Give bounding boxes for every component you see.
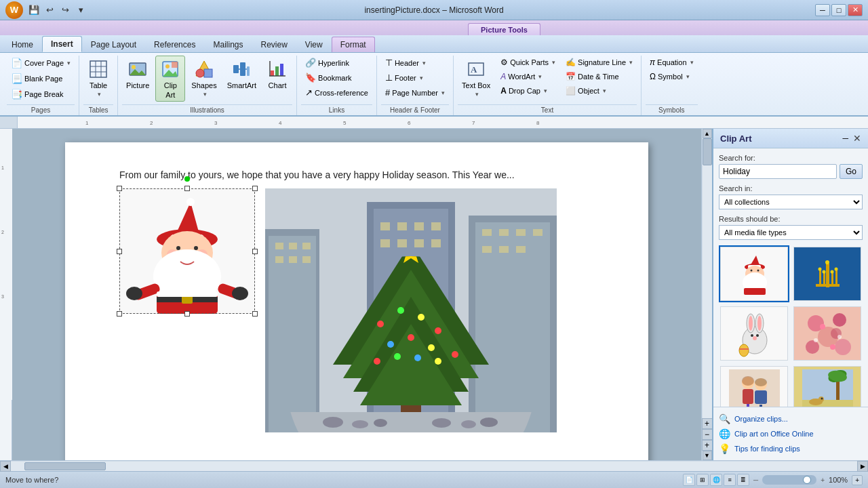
document-area[interactable]: From our family to yours, we hope that y… [12, 129, 701, 460]
organize-clips-link[interactable]: 🔍 Organize clips... [719, 411, 863, 426]
clip-art-button[interactable]: Clip Art [155, 56, 185, 102]
office-orb[interactable]: W [5, 1, 23, 19]
tab-view[interactable]: View [296, 37, 332, 52]
hyperlink-button[interactable]: 🔗 Hyperlink [301, 56, 372, 70]
clip-item-5-image [720, 366, 788, 407]
search-row: Go [719, 164, 863, 179]
symbol-button[interactable]: Ω Symbol▾ [646, 70, 697, 83]
tab-home[interactable]: Home [3, 37, 42, 52]
clip-search-input[interactable] [719, 164, 837, 179]
svg-point-110 [323, 417, 343, 428]
clip-go-button[interactable]: Go [840, 164, 863, 179]
date-time-button[interactable]: 📅 Date & Time [561, 70, 637, 83]
page-number-button[interactable]: # Page Number▾ [381, 85, 449, 100]
zoom-slider[interactable] [762, 475, 816, 485]
zoom-button[interactable]: + [852, 475, 863, 485]
tab-mailings[interactable]: Mailings [204, 37, 252, 52]
search-in-select[interactable]: All collections [719, 195, 863, 209]
shapes-button[interactable]: Shapes▾ [187, 56, 220, 100]
bookmark-button[interactable]: 🔖 Bookmark [301, 70, 372, 85]
cross-reference-button[interactable]: ↗ Cross-reference [301, 85, 372, 100]
redo-button[interactable]: ↪ [58, 3, 72, 17]
rotate-handle[interactable] [184, 176, 190, 182]
web-layout-button[interactable]: 🌐 [710, 474, 722, 486]
zoom-plus[interactable]: + [821, 476, 825, 484]
office-online-link[interactable]: 🌐 Clip art on Office Online [719, 426, 863, 441]
outline-button[interactable]: ≡ [724, 474, 736, 486]
footer-button[interactable]: ⊥ Footer▾ [381, 70, 449, 85]
chart-button[interactable]: Chart [262, 56, 292, 92]
expand-btn1[interactable]: + [702, 418, 713, 429]
clip-item-5[interactable] [719, 365, 789, 407]
hscroll-thumb[interactable] [24, 462, 106, 470]
results-type-select[interactable]: All media file types [719, 225, 863, 240]
drop-cap-button[interactable]: A Drop Cap▾ [496, 84, 559, 98]
expand-btn3[interactable]: + [702, 440, 713, 451]
object-button[interactable]: ⬜ Object▾ [561, 84, 637, 98]
document-images [119, 188, 594, 432]
clip-panel-close-button[interactable]: ✕ [853, 133, 861, 144]
scroll-up-button[interactable]: ▲ [703, 129, 712, 138]
smartart-button[interactable]: SmartArt [223, 56, 260, 92]
handle-mr[interactable] [252, 249, 258, 254]
zoom-thumb[interactable] [803, 476, 811, 484]
handle-tl[interactable] [117, 186, 122, 191]
svg-point-99 [435, 327, 441, 334]
handle-bm[interactable] [184, 311, 190, 317]
handle-bl[interactable] [117, 311, 122, 317]
tab-review[interactable]: Review [252, 37, 296, 52]
tab-format[interactable]: Format [332, 37, 375, 52]
svg-rect-126 [826, 264, 829, 287]
clip-item-3[interactable] [719, 305, 789, 362]
scroll-right-button[interactable]: ▶ [857, 461, 868, 472]
svg-point-135 [830, 270, 833, 274]
expand-btn2[interactable]: − [702, 429, 713, 440]
picture-button[interactable]: Picture [122, 56, 153, 92]
page-break-button[interactable]: 📑 Page Break [7, 87, 75, 102]
tab-insert[interactable]: Insert [42, 36, 82, 52]
undo-button[interactable]: ↩ [43, 3, 56, 17]
customize-qa-button[interactable]: ▾ [74, 3, 87, 17]
picture-tools-bar: Picture Tools [0, 20, 868, 35]
equation-button[interactable]: π Equation▾ [646, 56, 697, 69]
scroll-thumb[interactable] [703, 138, 712, 165]
minimize-button[interactable]: ─ [815, 4, 830, 16]
svg-rect-78 [516, 246, 526, 253]
header-button[interactable]: ⊤ Header▾ [381, 56, 449, 70]
clip-item-1[interactable] [719, 245, 789, 302]
svg-rect-122 [744, 288, 766, 295]
table-button[interactable]: Table▾ [83, 56, 113, 100]
handle-tr[interactable] [252, 186, 258, 191]
print-layout-button[interactable]: 📄 [683, 474, 695, 486]
handle-br[interactable] [252, 311, 258, 317]
handle-ml[interactable] [117, 249, 122, 254]
full-screen-button[interactable]: ⊞ [696, 474, 709, 486]
tips-link[interactable]: 💡 Tips for finding clips [719, 441, 863, 456]
quick-parts-button[interactable]: ⚙ Quick Parts▾ [496, 56, 559, 69]
clip-item-2[interactable] [792, 245, 863, 302]
vertical-scrollbar[interactable]: ▲ + − + ▼ [701, 129, 712, 460]
save-button[interactable]: 💾 [27, 3, 41, 17]
text-box-button[interactable]: A Text Box▾ [458, 56, 494, 100]
handle-tm[interactable] [184, 186, 190, 191]
draft-button[interactable]: ≣ [737, 474, 749, 486]
close-button[interactable]: ✕ [848, 4, 863, 16]
maximize-button[interactable]: □ [831, 4, 846, 16]
svg-point-14 [196, 69, 204, 77]
clip-panel-minimize[interactable]: ─ [840, 133, 851, 144]
santa-image-container[interactable] [119, 188, 255, 314]
scroll-left-button[interactable]: ◀ [0, 461, 11, 472]
signature-line-button[interactable]: ✍ Signature Line▾ [561, 56, 637, 69]
wordart-button[interactable]: A WordArt▾ [496, 70, 559, 83]
zoom-minus[interactable]: ─ [753, 476, 758, 484]
tab-references[interactable]: References [145, 37, 204, 52]
clip-item-6[interactable] [792, 365, 863, 407]
blank-page-button[interactable]: 📃 Blank Page [7, 71, 75, 86]
cover-page-button[interactable]: 📄 Cover Page▾ [7, 56, 75, 70]
svg-point-6 [132, 65, 136, 69]
clip-item-4[interactable] [792, 305, 863, 362]
horizontal-scrollbar[interactable]: ◀ ▶ [0, 460, 868, 471]
scroll-down-button[interactable]: ▼ [703, 451, 712, 460]
tab-page-layout[interactable]: Page Layout [82, 37, 145, 52]
symbols-group-label: Symbols [646, 104, 697, 114]
